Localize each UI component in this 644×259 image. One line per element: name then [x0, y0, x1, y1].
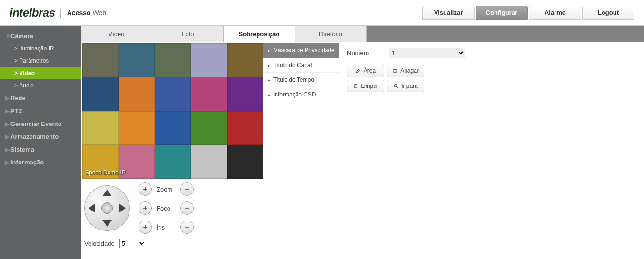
preview-tile [227, 43, 263, 77]
iris-out-button[interactable]: − [180, 221, 194, 234]
numero-select[interactable]: 1 [389, 48, 465, 58]
iris-in-button[interactable]: + [139, 221, 152, 234]
ptz-center-button[interactable] [101, 202, 113, 214]
speed-select[interactable]: 5 [119, 239, 146, 248]
numero-label: Número [347, 49, 380, 57]
irpara-button-label: Ir para [401, 83, 418, 89]
zoom-out-button[interactable]: − [180, 182, 194, 196]
overlay-submenu: Máscara de Privacidade Título do Canal T… [263, 42, 339, 250]
preview-tile [82, 77, 119, 111]
sidebar-item-armaz[interactable]: ▶Armazenamento [0, 130, 81, 143]
submenu-time-title[interactable]: Título do Tempo [263, 73, 339, 87]
submenu-mask[interactable]: Máscara de Privacidade [263, 43, 339, 58]
sidebar-sub-audio[interactable]: Áudio [0, 79, 81, 92]
preview-tile [82, 111, 119, 145]
main-area: Vídeo Foto Sobreposição Diretório Speed … [81, 26, 644, 259]
focus-in-button[interactable]: + [139, 201, 152, 215]
preview-tile [82, 43, 119, 77]
area-button-label: Área [364, 67, 376, 74]
preview-tile [191, 77, 227, 111]
sidebar-item-ptz[interactable]: ▶PTZ [0, 105, 81, 117]
preview-tile [119, 43, 155, 77]
sidebar-item-rede[interactable]: ▶Rede [0, 92, 81, 105]
preview-tile [191, 43, 227, 77]
sidebar-item-camera[interactable]: ▼Câmera [0, 29, 81, 42]
preview-tile [227, 77, 263, 111]
sidebar-label-rede: Rede [10, 95, 26, 102]
irpara-button[interactable]: Ir para [387, 80, 424, 92]
search-icon [393, 83, 399, 89]
subtitle-bold: Acesso [67, 9, 91, 17]
submenu-channel-title[interactable]: Título do Canal [263, 58, 339, 73]
nav-configurar[interactable]: Configurar [476, 6, 528, 20]
tab-sobreposicao[interactable]: Sobreposição [224, 26, 295, 42]
ptz-controls: + Zoom − + Foco − + Íris − [82, 179, 263, 238]
sidebar-item-evento[interactable]: ▶Gerenciar Evento [0, 117, 81, 130]
sidebar-label-ptz: PTZ [10, 107, 22, 115]
ptz-down-button[interactable] [102, 220, 112, 227]
logo-separator: | [60, 7, 62, 18]
zoom-in-button[interactable]: + [139, 182, 152, 196]
preview-tile [119, 77, 155, 111]
limpar-button-label: Limpar [361, 83, 378, 89]
top-nav: Visualizar Configurar Alarme Logout [422, 6, 634, 20]
iris-label: Íris [157, 224, 176, 231]
apagar-button-label: Apagar [400, 67, 419, 74]
zoom-label: Zoom [157, 186, 176, 193]
subtitle-light: Web [92, 9, 106, 17]
tab-bar: Vídeo Foto Sobreposição Diretório [81, 26, 644, 42]
preview-tile [191, 145, 227, 179]
preview-tile [119, 111, 155, 145]
limpar-button[interactable]: Limpar [347, 80, 384, 92]
brand-logo: intelbras [10, 6, 55, 19]
form-pane: Número 1 Área Apagar [339, 42, 473, 250]
focus-label: Foco [157, 205, 176, 212]
logo-area: intelbras | Acesso Web [10, 6, 106, 19]
sidebar-label-info: Informação [10, 159, 44, 166]
subtitle: Acesso Web [67, 9, 106, 17]
trash-icon [353, 83, 358, 89]
speed-label: Velocidade [84, 240, 115, 247]
apagar-button[interactable]: Apagar [387, 65, 424, 77]
sidebar-label-evento: Gerenciar Evento [10, 120, 62, 127]
video-preview[interactable]: Speed Dome IP [82, 43, 263, 179]
osd-channel-title: Speed Dome IP [85, 169, 126, 176]
tab-foto[interactable]: Foto [152, 26, 224, 42]
sidebar-label-camera: Câmera [10, 32, 33, 39]
tab-diretorio[interactable]: Diretório [295, 26, 367, 42]
preview-tile [227, 111, 263, 145]
sidebar: ▼Câmera Iluminação IR Parâmetros Vídeo Á… [0, 26, 81, 259]
edit-icon [356, 68, 361, 74]
preview-pane: Speed Dome IP + Zoom − [81, 42, 263, 250]
preview-tile [155, 111, 191, 145]
submenu-osd-info[interactable]: Informação OSD [263, 87, 339, 102]
sidebar-sub-video[interactable]: Vídeo [0, 67, 81, 79]
preview-tile [191, 111, 227, 145]
preview-tile [155, 77, 191, 111]
nav-visualizar[interactable]: Visualizar [422, 6, 475, 20]
ptz-wheel [84, 185, 130, 231]
sidebar-sub-params[interactable]: Parâmetros [0, 55, 81, 67]
preview-tile [155, 43, 191, 77]
sidebar-item-sistema[interactable]: ▶Sistema [0, 143, 81, 156]
ptz-right-button[interactable] [119, 203, 126, 213]
tab-video[interactable]: Vídeo [81, 26, 152, 42]
nav-logout[interactable]: Logout [582, 6, 634, 20]
ptz-up-button[interactable] [102, 190, 112, 196]
sidebar-sub-ir[interactable]: Iluminação IR [0, 42, 81, 55]
sidebar-item-info[interactable]: ▶Informação [0, 156, 81, 169]
sidebar-label-armaz: Armazenamento [10, 133, 59, 140]
header: intelbras | Acesso Web Visualizar Config… [0, 0, 644, 26]
preview-tile [155, 145, 191, 179]
preview-tile [227, 145, 263, 179]
ptz-left-button[interactable] [89, 203, 95, 213]
sidebar-label-sistema: Sistema [10, 146, 34, 153]
area-button[interactable]: Área [347, 65, 384, 77]
trash-icon [392, 68, 398, 74]
svg-point-0 [394, 84, 397, 87]
focus-out-button[interactable]: − [180, 201, 194, 215]
nav-alarme[interactable]: Alarme [529, 6, 581, 20]
